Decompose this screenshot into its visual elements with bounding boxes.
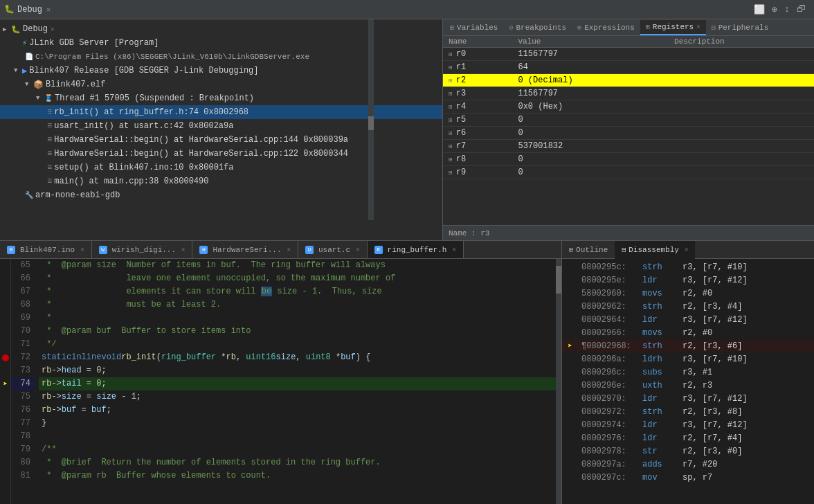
tree-item-gdb[interactable]: 🔧 arm-none-eabi-gdb bbox=[0, 188, 442, 202]
code-line-67[interactable]: * elements it can store will be size - 1… bbox=[39, 285, 556, 298]
disasm-line-0800296c-[interactable]: 0800296c:subsr3, #1 bbox=[562, 366, 814, 379]
editor-tab-label: Blink407.ino bbox=[20, 246, 75, 254]
tree-item-setup[interactable]: ≡ setup() at Blink407.ino:10 0x80001fa bbox=[0, 161, 442, 174]
tree-item-usart-init[interactable]: ≡ usart_init() at usart.c:42 0x8002a9a bbox=[0, 119, 442, 133]
tab-variables[interactable]: ⊞ Variables bbox=[444, 20, 503, 35]
line-number-70: 70 bbox=[11, 325, 35, 338]
disasm-line-08002964-[interactable]: 08002964:ldrr3, [r7, #12] bbox=[562, 313, 814, 326]
debug-scrollbar-thumb[interactable] bbox=[368, 116, 374, 130]
disasm-line-08002972-[interactable]: 08002972:strhr2, [r3, #8] bbox=[562, 405, 814, 418]
toolbar-icon-2[interactable]: ⊕ bbox=[772, 4, 777, 15]
tab-registers[interactable]: ⊞ Registers ✕ bbox=[640, 20, 706, 35]
editor-tab-wirish-digi---[interactable]: Wwirish_digi...✕ bbox=[92, 241, 193, 259]
reg-name-cell: ⊞ r5 bbox=[443, 114, 512, 127]
disasm-line-08002970-[interactable]: 08002970:ldrr3, [r7, #12] bbox=[562, 392, 814, 405]
editor-scrollbar-thumb[interactable] bbox=[556, 266, 561, 294]
disasm-line-58002960-[interactable]: 58002960:movsr2, #0 bbox=[562, 287, 814, 300]
code-line-69[interactable]: * bbox=[39, 312, 556, 325]
tree-close-icon[interactable]: ✕ bbox=[51, 26, 54, 33]
elf-icon: 📦 bbox=[33, 80, 44, 90]
disasm-addr: 08002974: bbox=[581, 420, 637, 430]
tree-item-blink-session[interactable]: ▼ ▶ Blink407 Release [GDB SEGGER J-Link … bbox=[0, 64, 442, 78]
toolbar-icon-1[interactable]: ⬜ bbox=[754, 4, 765, 15]
code-line-77[interactable]: } bbox=[39, 417, 556, 430]
disasm-line--08002968-[interactable]: ➤¶08002968:strhr2, [r3, #6] bbox=[562, 339, 814, 352]
disassembly-close-icon[interactable]: ✕ bbox=[685, 246, 688, 253]
tree-item-hw-serial-1[interactable]: ≡ HardwareSerial::begin() at HardwareSer… bbox=[0, 133, 442, 147]
editor-tab-hardwareseri---[interactable]: HHardwareSeri...✕ bbox=[192, 241, 298, 259]
reg-row-r8[interactable]: ⊞ r8 0 bbox=[443, 153, 814, 166]
disasm-line-0800297a-[interactable]: 0800297a:addsr7, #20 bbox=[562, 458, 814, 471]
reg-row-r7[interactable]: ⊞ r7 537001832 bbox=[443, 140, 814, 153]
code-line-76[interactable]: rb->buf = buf; bbox=[39, 404, 556, 417]
gutter-line-80 bbox=[0, 456, 10, 469]
disasm-line-08002976-[interactable]: 08002976:ldrr2, [r7, #4] bbox=[562, 431, 814, 444]
tree-item-main[interactable]: ≡ main() at main.cpp:38 0x8000490 bbox=[0, 174, 442, 188]
reg-row-r3[interactable]: ⊞ r3 11567797 bbox=[443, 87, 814, 100]
code-line-70[interactable]: * @param buf Buffer to store items into bbox=[39, 325, 556, 338]
tree-item-hw-serial-2[interactable]: ≡ HardwareSerial::begin() at HardwareSer… bbox=[0, 147, 442, 161]
reg-row-r4[interactable]: ⊞ r4 0x0 (Hex) bbox=[443, 100, 814, 114]
code-line-72[interactable]: static inline void rb_init(ring_buffer *… bbox=[39, 351, 556, 364]
editor-tab-close[interactable]: ✕ bbox=[181, 246, 185, 253]
editor-tab-usart-c[interactable]: Uusart.c✕ bbox=[298, 241, 368, 259]
editor-tab-close[interactable]: ✕ bbox=[287, 246, 291, 253]
editor-tab-close[interactable]: ✕ bbox=[356, 246, 359, 253]
disasm-line-0800297c-[interactable]: 0800297c:movsp, r7 bbox=[562, 471, 814, 484]
tree-item-thread[interactable]: ▼ 🧵 Thread #1 57005 (Suspended : Breakpo… bbox=[0, 91, 442, 105]
toolbar-icon-3[interactable]: ↕ bbox=[784, 4, 790, 15]
toolbar-icon-4[interactable]: 🗗 bbox=[797, 4, 806, 15]
tree-item-debug[interactable]: ▶ 🐛 Debug ✕ bbox=[0, 22, 442, 36]
disassembly-tab-bar: ⊞ Outline ⊟ Disassembly ✕ bbox=[562, 241, 814, 259]
editor-tab-close[interactable]: ✕ bbox=[80, 246, 84, 253]
code-area[interactable]: * @param size Number of items in buf. Th… bbox=[39, 259, 556, 504]
disasm-line-08002962-[interactable]: 08002962:strhr2, [r3, #4] bbox=[562, 300, 814, 313]
reg-row-r0[interactable]: ⊞ r0 11567797 bbox=[443, 48, 814, 61]
editor-tab-close[interactable]: ✕ bbox=[452, 246, 455, 253]
disasm-line-08002978-[interactable]: 08002978:strr2, [r3, #0] bbox=[562, 444, 814, 458]
code-line-71[interactable]: */ bbox=[39, 338, 556, 351]
reg-desc-cell bbox=[669, 140, 814, 153]
tree-item-jlink[interactable]: ⚡ JLink GDB Server [Program] bbox=[0, 36, 442, 50]
editor-tab-ring-buffer-h[interactable]: Rring_buffer.h✕ bbox=[368, 241, 464, 259]
editor-tab-label: HardwareSeri... bbox=[212, 246, 281, 254]
disasm-line-08002974-[interactable]: 08002974:ldrr3, [r7, #12] bbox=[562, 418, 814, 431]
tree-item-elf[interactable]: ▼ 📦 Blink407.elf bbox=[0, 78, 442, 91]
tab-breakpoints[interactable]: ⊙ Breakpoints bbox=[503, 20, 572, 35]
gutter-line-73 bbox=[0, 364, 10, 377]
disasm-line-0800296e-[interactable]: 0800296e:uxthr2, r3 bbox=[562, 379, 814, 392]
reg-row-r2[interactable]: ⊞ r2 0 (Decimal) bbox=[443, 74, 814, 87]
disasm-line-0800296a-[interactable]: 0800296a:ldrhr3, [r7, #10] bbox=[562, 352, 814, 366]
debug-panel-scrollbar[interactable] bbox=[368, 19, 374, 220]
code-line-66[interactable]: * leave one element unoccupied, so the m… bbox=[39, 272, 556, 285]
tab-disassembly[interactable]: ⊟ Disassembly ✕ bbox=[615, 241, 695, 259]
tab-expressions[interactable]: ⊕ Expressions bbox=[572, 20, 640, 35]
code-line-81[interactable]: * @param rb Buffer whose elements to cou… bbox=[39, 469, 556, 483]
code-line-68[interactable]: * must be at least 2. bbox=[39, 298, 556, 312]
reg-row-r1[interactable]: ⊞ r1 64 bbox=[443, 61, 814, 74]
reg-row-r9[interactable]: ⊞ r9 0 bbox=[443, 166, 814, 179]
code-line-65[interactable]: * @param size Number of items in buf. Th… bbox=[39, 259, 556, 272]
reg-row-r6[interactable]: ⊞ r6 0 bbox=[443, 127, 814, 140]
editor-tab-blink407-ino[interactable]: BBlink407.ino✕ bbox=[0, 241, 92, 259]
tab-peripherals[interactable]: ⊟ Peripherals bbox=[706, 20, 775, 35]
disasm-line-0800295c-[interactable]: 0800295c:strhr3, [r7, #10] bbox=[562, 260, 814, 273]
gutter-line-76 bbox=[0, 404, 10, 417]
code-line-73[interactable]: rb->head = 0; bbox=[39, 364, 556, 377]
top-bar-close[interactable]: ✕ bbox=[46, 6, 51, 14]
tab-outline[interactable]: ⊞ Outline bbox=[562, 241, 615, 259]
tree-item-rb-init[interactable]: ≡ rb_init() at ring_buffer.h:74 0x800296… bbox=[0, 105, 442, 119]
tree-label-rb-init: rb_init() at ring_buffer.h:74 0x8002968 bbox=[54, 107, 248, 117]
reg-row-r5[interactable]: ⊞ r5 0 bbox=[443, 114, 814, 127]
disasm-line-08002966-[interactable]: 08002966:movsr2, #0 bbox=[562, 326, 814, 339]
code-line-75[interactable]: rb->size = size - 1; bbox=[39, 390, 556, 404]
code-line-78[interactable] bbox=[39, 430, 556, 443]
registers-close-icon[interactable]: ✕ bbox=[696, 23, 700, 30]
code-line-80[interactable]: * @brief Return the number of elements s… bbox=[39, 456, 556, 469]
disasm-line-0800295e-[interactable]: 0800295e:ldrr3, [r7, #12] bbox=[562, 273, 814, 287]
code-line-79[interactable]: /** bbox=[39, 443, 556, 456]
editor-scrollbar[interactable] bbox=[556, 259, 561, 504]
code-line-74[interactable]: rb->tail = 0; bbox=[39, 377, 556, 390]
editor-tab-bar: BBlink407.ino✕Wwirish_digi...✕HHardwareS… bbox=[0, 241, 561, 259]
tree-item-exe[interactable]: 📄 C:\Program Files (x86)\SEGGER\JLink_V6… bbox=[0, 50, 442, 64]
